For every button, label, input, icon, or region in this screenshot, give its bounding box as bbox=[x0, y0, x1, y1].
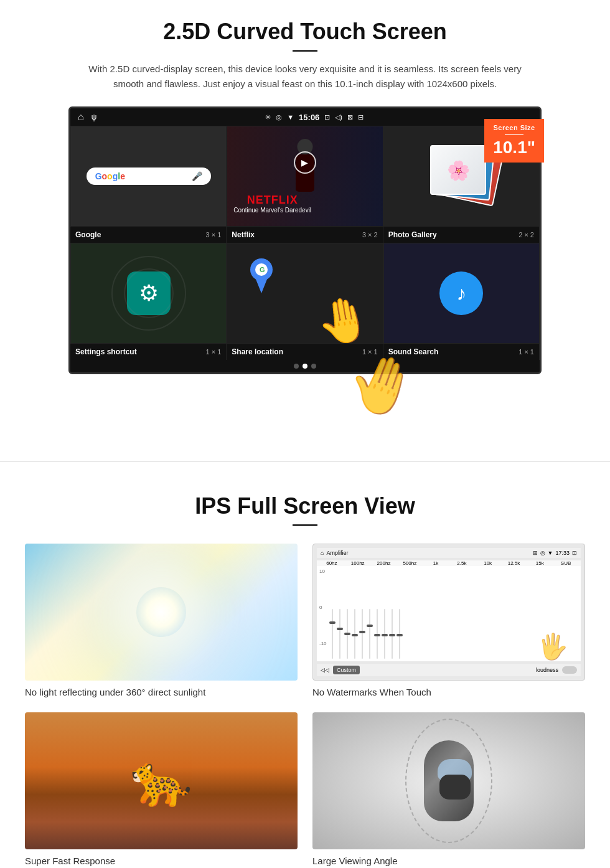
cheetah-image: 🐆 bbox=[25, 712, 298, 849]
section-separator bbox=[0, 461, 610, 462]
amp-slider-4 bbox=[354, 609, 355, 659]
feature-sunlight: No light reflecting under 360° direct su… bbox=[25, 544, 298, 697]
amp-hand-icon: 🖐 bbox=[537, 632, 568, 661]
amp-freq-labels: 60hz 100hz 200hz 500hz 1k 2.5k 10k 12.5k… bbox=[317, 560, 581, 566]
badge-size: 10.1" bbox=[493, 138, 535, 158]
music-note-icon: ♪ bbox=[456, 282, 466, 305]
sound-search-label: Sound Search 1 × 1 bbox=[383, 344, 540, 360]
share-location-app-name: Share location bbox=[232, 347, 283, 356]
section2-title: IPS Full Screen View bbox=[25, 493, 585, 519]
photo-stack: 🌸 bbox=[430, 145, 492, 207]
section1-title: 2.5D Curved Touch Screen bbox=[37, 19, 573, 45]
hand-pointer-area: 🤚 bbox=[68, 374, 542, 418]
amp-slider-7 bbox=[377, 609, 378, 659]
app-cell-share-location[interactable]: G 🤚 bbox=[227, 243, 383, 344]
netflix-app-size: 3 × 2 bbox=[362, 231, 378, 238]
netflix-app-name: Netflix bbox=[232, 230, 255, 239]
section-curved-screen: 2.5D Curved Touch Screen With 2.5D curve… bbox=[0, 0, 610, 430]
screen-size-badge: Screen Size 10.1" bbox=[484, 119, 544, 163]
amp-slider-5 bbox=[362, 609, 363, 659]
amp-sliders bbox=[332, 609, 400, 659]
play-button[interactable]: ▶ bbox=[294, 151, 316, 174]
loudness-toggle[interactable] bbox=[562, 666, 577, 674]
netflix-label: Netflix 3 × 2 bbox=[227, 227, 383, 243]
badge-label: Screen Size bbox=[493, 124, 535, 131]
amp-slider-10 bbox=[399, 609, 400, 659]
amp-y-labels: 10 0 -10 bbox=[319, 568, 327, 646]
amp-slider-8 bbox=[384, 609, 385, 659]
nav-dot-1[interactable] bbox=[294, 364, 299, 369]
google-search-bar[interactable]: Google 🎤 bbox=[87, 167, 211, 185]
google-app-name: Google bbox=[75, 230, 101, 239]
navigation-dots bbox=[70, 360, 540, 372]
badge-divider bbox=[505, 134, 523, 135]
loudness-label: loudness bbox=[536, 667, 558, 673]
car-roof bbox=[439, 775, 471, 800]
photo-card-front: 🌸 bbox=[430, 145, 486, 195]
amp-header: ⌂ Amplifier ⊞ ◎ ▼ 17:33 ⊡ bbox=[317, 548, 581, 558]
section1-description: With 2.5D curved-display screen, this de… bbox=[87, 62, 523, 92]
usb-icon bbox=[92, 113, 97, 121]
cheetah-label: Super Fast Response bbox=[25, 856, 298, 866]
home-icon[interactable] bbox=[78, 111, 84, 123]
sun-glow bbox=[136, 587, 186, 637]
microphone-icon: 🎤 bbox=[192, 171, 202, 181]
sunlight-label: No light reflecting under 360° direct su… bbox=[25, 687, 298, 697]
flower-emoji: 🌸 bbox=[447, 159, 470, 181]
amp-bars-area: 10 0 -10 bbox=[317, 566, 581, 661]
netflix-app-inner: ▶ NETFLIX Continue Marvel's Daredevil bbox=[227, 126, 382, 226]
pointing-hand: 🤚 bbox=[312, 291, 374, 343]
amp-status-icons: ⊞ ◎ ▼ 17:33 ⊡ bbox=[533, 550, 577, 556]
music-icon-wrap: ♪ bbox=[439, 271, 483, 315]
signal-icon: ▼ bbox=[287, 113, 294, 121]
bg-circles bbox=[71, 243, 226, 343]
amp-slider-6 bbox=[369, 609, 370, 659]
gallery-label: Photo Gallery 2 × 2 bbox=[383, 227, 540, 243]
car-top-view bbox=[418, 731, 480, 831]
app-grid-row2: ⚙ G bbox=[70, 243, 540, 344]
car-image bbox=[312, 712, 585, 849]
window-icon: ⊟ bbox=[358, 113, 364, 121]
netflix-text: NETFLIX bbox=[233, 194, 311, 207]
amplifier-image: ⌂ Amplifier ⊞ ◎ ▼ 17:33 ⊡ 60hz 100hz 200… bbox=[312, 544, 585, 681]
amp-slider-2 bbox=[339, 609, 340, 659]
bg-circle-2 bbox=[124, 268, 174, 318]
sound-search-inner: ♪ bbox=[384, 243, 539, 343]
custom-button[interactable]: Custom bbox=[333, 666, 360, 674]
title-divider bbox=[293, 50, 317, 52]
bluetooth-icon: ✳ bbox=[265, 113, 271, 121]
status-center: ✳ ◎ ▼ 15:06 ⊡ ◁) ⊠ ⊟ bbox=[265, 113, 364, 122]
amp-slider-1 bbox=[332, 609, 333, 659]
app-label-row2: Settings shortcut 1 × 1 Share location 1… bbox=[70, 344, 540, 360]
car-label: Large Viewing Angle bbox=[312, 856, 585, 866]
app-cell-netflix[interactable]: ▶ NETFLIX Continue Marvel's Daredevil bbox=[227, 126, 383, 227]
app-cell-google[interactable]: Google 🎤 bbox=[70, 126, 227, 227]
volume-icon: ◁) bbox=[335, 113, 342, 121]
amp-slider-9 bbox=[392, 609, 393, 659]
cheetah-icon: 🐆 bbox=[130, 752, 192, 810]
nav-dot-2-active[interactable] bbox=[303, 364, 307, 369]
status-left bbox=[78, 111, 96, 123]
camera-icon: ⊡ bbox=[324, 113, 330, 121]
google-app-inner: Google 🎤 bbox=[71, 126, 226, 226]
maps-icon: G bbox=[246, 256, 277, 300]
google-logo: Google bbox=[95, 171, 125, 181]
amp-title: Amplifier bbox=[326, 550, 348, 556]
device-screen: ✳ ◎ ▼ 15:06 ⊡ ◁) ⊠ ⊟ bbox=[68, 106, 542, 374]
google-app-size: 3 × 1 bbox=[206, 231, 222, 238]
settings-app-size: 1 × 1 bbox=[206, 348, 222, 356]
amp-footer: ◁◁ Custom loudness bbox=[317, 664, 581, 676]
sound-search-app-size: 1 × 1 bbox=[518, 348, 534, 356]
app-cell-sound-search[interactable]: ♪ bbox=[383, 243, 540, 344]
time-display: 15:06 bbox=[299, 113, 319, 122]
app-cell-settings[interactable]: ⚙ bbox=[70, 243, 227, 344]
nav-dot-3[interactable] bbox=[311, 364, 316, 369]
device-mockup: Screen Size 10.1" ✳ ◎ ▼ 15:06 ⊡ ◁) ⊠ bbox=[68, 106, 542, 418]
amp-slider-3 bbox=[347, 609, 348, 659]
feature-grid: No light reflecting under 360° direct su… bbox=[25, 544, 585, 866]
app-label-row1: Google 3 × 1 Netflix 3 × 2 Photo Gallery… bbox=[70, 227, 540, 243]
feature-car: Large Viewing Angle bbox=[312, 712, 585, 866]
location-icon: ◎ bbox=[276, 113, 282, 121]
status-bar: ✳ ◎ ▼ 15:06 ⊡ ◁) ⊠ ⊟ bbox=[70, 108, 540, 126]
sunlight-image bbox=[25, 544, 298, 681]
